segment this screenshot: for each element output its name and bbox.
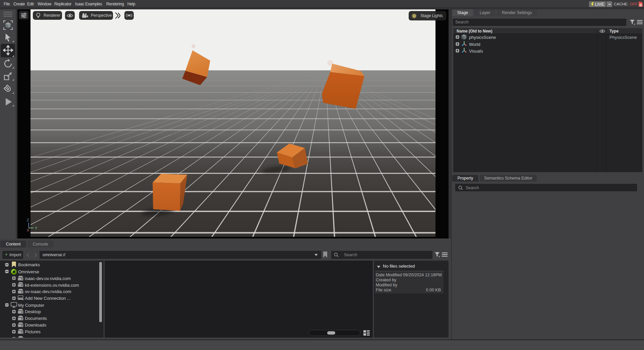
svg-text:Z: Z — [27, 218, 29, 222]
svg-text:Y: Y — [35, 226, 38, 230]
svg-text:X: X — [27, 228, 30, 232]
